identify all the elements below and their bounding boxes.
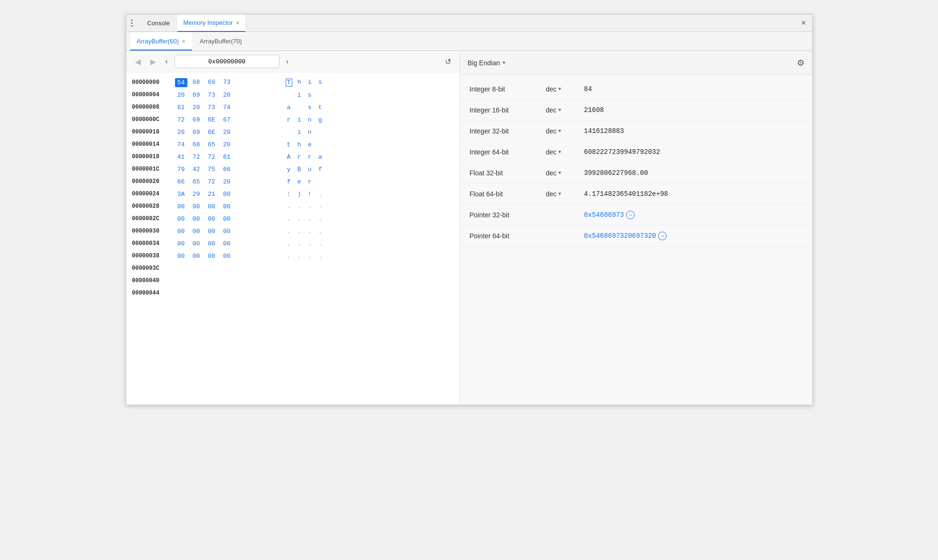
hex-byte[interactable]: 00 [221, 190, 233, 198]
ascii-char[interactable]: n [307, 129, 313, 136]
hex-byte[interactable]: 29 [190, 190, 203, 198]
hex-byte[interactable]: 69 [190, 91, 203, 99]
ascii-char[interactable]: B [296, 166, 303, 173]
ascii-char[interactable]: . [317, 191, 324, 198]
hex-byte[interactable]: 20 [175, 128, 187, 136]
hex-byte[interactable]: 42 [190, 165, 203, 173]
ascii-char[interactable]: . [317, 228, 324, 235]
three-dots-menu[interactable] [130, 18, 140, 29]
ascii-char[interactable]: . [286, 240, 292, 247]
hex-byte[interactable]: 66 [221, 165, 233, 173]
hex-byte[interactable]: 72 [190, 153, 203, 161]
data-type-format[interactable]: dec ▾ [546, 169, 584, 177]
ascii-char[interactable]: f [286, 178, 292, 185]
ascii-char[interactable]: . [296, 203, 303, 210]
ascii-char[interactable]: u [307, 166, 313, 173]
hex-byte[interactable]: 3A [175, 190, 187, 198]
tab-memory-inspector-close[interactable]: × [236, 20, 239, 26]
hex-byte[interactable]: 6E [206, 116, 218, 124]
settings-button[interactable]: ⚙ [797, 58, 804, 68]
ascii-char[interactable]: . [307, 203, 313, 210]
ascii-char[interactable]: y [286, 166, 292, 173]
ascii-char[interactable]: i [296, 92, 303, 99]
ascii-char[interactable]: h [296, 79, 303, 87]
ascii-char[interactable]: . [286, 203, 292, 210]
prev-page-button[interactable]: ‹ [163, 55, 171, 68]
hex-byte[interactable]: 00 [221, 227, 233, 235]
ascii-char[interactable]: r [286, 116, 292, 123]
buffer-tab-60-close[interactable]: × [182, 38, 186, 45]
hex-byte[interactable]: 69 [190, 116, 203, 124]
ascii-char[interactable]: . [317, 253, 324, 260]
ascii-char[interactable] [286, 92, 292, 99]
hex-byte[interactable]: 00 [190, 240, 203, 248]
hex-byte[interactable]: 00 [206, 227, 218, 235]
ascii-char[interactable] [317, 141, 324, 148]
ascii-char[interactable]: a [317, 153, 324, 161]
ascii-char[interactable]: g [317, 116, 324, 123]
hex-byte[interactable]: 20 [221, 128, 233, 136]
ascii-char[interactable]: . [307, 228, 313, 235]
hex-byte[interactable]: 00 [221, 215, 233, 223]
hex-byte[interactable]: 00 [190, 252, 203, 260]
tab-memory-inspector[interactable]: Memory Inspector × [177, 15, 245, 32]
ascii-char[interactable]: : [286, 191, 292, 198]
hex-byte[interactable]: 68 [190, 141, 203, 149]
ascii-char[interactable]: r [307, 178, 313, 185]
hex-byte[interactable]: 73 [206, 103, 218, 112]
hex-byte[interactable]: 00 [206, 252, 218, 260]
hex-byte[interactable]: 74 [221, 103, 233, 112]
hex-byte[interactable]: 79 [175, 165, 187, 173]
ascii-char[interactable] [317, 92, 324, 99]
hex-byte[interactable]: 20 [221, 178, 233, 186]
hex-byte[interactable]: 00 [190, 215, 203, 223]
hex-byte[interactable]: 20 [190, 103, 203, 112]
hex-byte[interactable]: 65 [206, 141, 218, 149]
ascii-char[interactable]: f [317, 166, 324, 173]
hex-byte[interactable]: 74 [175, 141, 187, 149]
hex-byte[interactable]: 6E [206, 128, 218, 136]
buffer-tab-60[interactable]: ArrayBuffer(60) × [130, 32, 192, 51]
ascii-char[interactable]: r [307, 153, 313, 161]
pointer-follow-icon[interactable]: → [658, 232, 667, 240]
ascii-char[interactable]: . [286, 228, 292, 235]
tab-console[interactable]: Console [142, 15, 176, 32]
refresh-button[interactable]: ↺ [442, 55, 454, 68]
hex-byte[interactable]: 20 [175, 91, 187, 99]
hex-byte[interactable]: 00 [206, 203, 218, 211]
ascii-char[interactable]: r [296, 153, 303, 161]
pointer-link[interactable]: 0x5468697320697320 → [584, 232, 667, 240]
next-page-button[interactable]: › [283, 55, 291, 68]
address-input[interactable] [175, 55, 279, 68]
hex-byte[interactable]: 00 [190, 203, 203, 211]
ascii-char[interactable] [317, 178, 324, 185]
ascii-char[interactable]: . [286, 215, 292, 223]
hex-byte[interactable]: 72 [206, 178, 218, 186]
ascii-char[interactable]: e [307, 141, 313, 148]
data-type-format[interactable]: dec ▾ [546, 190, 584, 198]
ascii-char[interactable]: e [296, 178, 303, 185]
hex-byte[interactable]: 69 [190, 128, 203, 136]
ascii-char[interactable] [317, 129, 324, 136]
hex-byte[interactable]: 00 [221, 240, 233, 248]
hex-byte[interactable]: 73 [206, 91, 218, 99]
ascii-char[interactable]: s [317, 79, 324, 87]
hex-byte[interactable]: 65 [190, 178, 203, 186]
hex-byte[interactable]: 20 [221, 91, 233, 99]
ascii-char[interactable]: . [307, 240, 313, 247]
hex-byte[interactable]: 54 [175, 78, 187, 87]
ascii-char[interactable]: . [307, 253, 313, 260]
hex-byte[interactable]: 68 [190, 78, 203, 87]
hex-byte[interactable]: 61 [221, 153, 233, 161]
ascii-char[interactable]: i [296, 129, 303, 136]
hex-byte[interactable]: 00 [206, 240, 218, 248]
ascii-char[interactable]: i [296, 116, 303, 123]
hex-byte[interactable]: 72 [206, 153, 218, 161]
ascii-char[interactable]: . [296, 228, 303, 235]
ascii-char[interactable]: T [286, 79, 292, 87]
ascii-char[interactable]: n [307, 116, 313, 123]
hex-byte[interactable]: 67 [221, 116, 233, 124]
ascii-char[interactable]: s [307, 92, 313, 99]
hex-byte[interactable]: 72 [175, 116, 187, 124]
hex-byte[interactable]: 73 [221, 78, 233, 87]
